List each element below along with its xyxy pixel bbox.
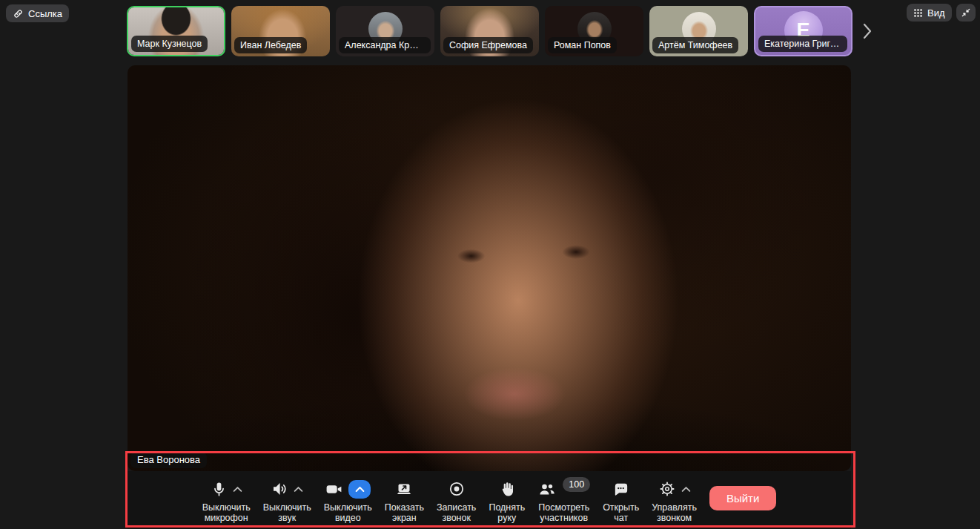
participant-name: Екатерина Григор…: [758, 36, 847, 52]
main-video: Ева Воронова: [128, 65, 851, 471]
view-participants-button[interactable]: 100 Посмотреть участников: [537, 478, 590, 523]
mute-microphone-button[interactable]: Выключить микрофон: [202, 478, 251, 523]
view-button-label: Вид: [927, 7, 945, 19]
record-icon: [448, 480, 466, 498]
control-label: Поднять руку: [489, 502, 525, 523]
participant-tile[interactable]: Иван Лебедев: [231, 6, 330, 56]
view-button[interactable]: Вид: [907, 4, 952, 22]
participant-tile[interactable]: Роман Попов: [545, 6, 643, 56]
chevron-up-icon: [233, 486, 242, 493]
scroll-participants-right-button[interactable]: [860, 22, 875, 41]
manage-call-chevron[interactable]: [681, 486, 691, 493]
record-call-button[interactable]: Записать звонок: [437, 478, 476, 523]
open-chat-button[interactable]: Открыть чат: [603, 478, 639, 523]
camera-options-chevron[interactable]: [348, 480, 371, 499]
participant-tile[interactable]: София Ефремова: [440, 6, 539, 56]
call-control-bar: Выключить микрофон Выключить звук Выключ…: [128, 471, 851, 529]
chevron-up-icon: [355, 486, 365, 493]
sound-options-chevron[interactable]: [294, 486, 303, 493]
control-label: Управлять звонком: [652, 502, 697, 523]
participant-tile[interactable]: Александра Крыл…: [336, 6, 434, 56]
leave-call-button[interactable]: Выйти: [709, 486, 776, 510]
camera-icon: [325, 480, 343, 499]
chevron-up-icon: [681, 486, 691, 493]
gear-icon: [658, 480, 676, 498]
participants-strip: Марк Кузнецов Иван Лебедев Александра Кр…: [127, 6, 852, 56]
control-label: Выключить микрофон: [202, 502, 251, 523]
link-icon: [13, 8, 24, 19]
mute-sound-button[interactable]: Выключить звук: [263, 478, 311, 523]
chevron-right-icon: [860, 22, 875, 41]
participant-name: Роман Попов: [548, 37, 617, 53]
participant-name: София Ефремова: [443, 37, 533, 53]
collapse-icon: [961, 7, 971, 18]
control-label: Посмотреть участников: [538, 502, 589, 523]
main-speaker-name: Ева Воронова: [130, 452, 207, 468]
control-label: Записать звонок: [437, 502, 476, 523]
screen-share-icon: [395, 480, 413, 498]
participant-name: Марк Кузнецов: [131, 36, 208, 52]
hand-icon: [498, 481, 515, 498]
link-button-label: Ссылка: [28, 8, 62, 19]
copy-link-button[interactable]: Ссылка: [6, 4, 69, 22]
participants-count-badge: 100: [563, 477, 590, 492]
control-label: Показать экран: [385, 502, 424, 523]
participant-name: Иван Лебедев: [234, 37, 307, 53]
grid-view-icon: [913, 8, 923, 18]
participant-tile[interactable]: Марк Кузнецов: [127, 6, 225, 56]
chat-icon: [612, 481, 629, 498]
participant-name: Александра Крыл…: [339, 37, 431, 53]
control-label: Выключить видео: [324, 502, 372, 523]
participant-name: Артём Тимофеев: [652, 37, 738, 53]
control-label: Выключить звук: [263, 502, 311, 523]
participant-tile[interactable]: Артём Тимофеев: [649, 6, 748, 56]
control-label: Открыть чат: [603, 502, 639, 523]
microphone-icon: [211, 481, 228, 498]
participant-tile[interactable]: Е Екатерина Григор…: [754, 6, 852, 56]
chevron-up-icon: [294, 486, 303, 493]
manage-call-button[interactable]: Управлять звонком: [652, 478, 697, 523]
share-screen-button[interactable]: Показать экран: [385, 478, 424, 523]
collapse-window-button[interactable]: [956, 4, 976, 22]
raise-hand-button[interactable]: Поднять руку: [489, 478, 525, 523]
speaker-icon: [271, 480, 288, 498]
participants-icon: [537, 480, 557, 498]
microphone-options-chevron[interactable]: [233, 486, 242, 493]
turn-off-video-button[interactable]: Выключить видео: [324, 478, 372, 523]
